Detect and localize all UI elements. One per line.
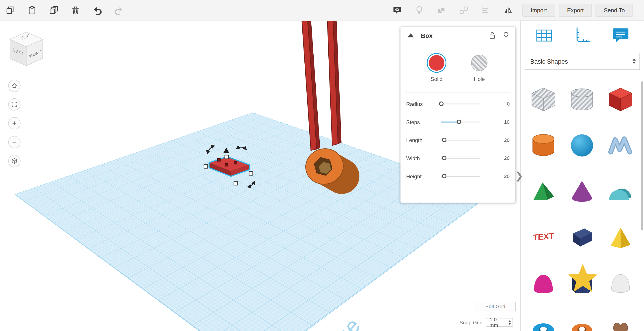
- collapse-panel-icon[interactable]: [406, 31, 416, 40]
- width-row: Width 20: [400, 149, 516, 167]
- width-label: Width: [406, 155, 436, 161]
- show-all-icon[interactable]: [392, 5, 402, 16]
- shape-cone[interactable]: [565, 172, 599, 211]
- solid-swatch[interactable]: [429, 55, 444, 71]
- raise-handle[interactable]: [223, 147, 229, 153]
- snap-grid-label: Snap Grid: [460, 319, 482, 325]
- length-slider[interactable]: [440, 137, 480, 143]
- collapse-shapes-panel-icon[interactable]: ❯: [515, 170, 523, 182]
- shape-heart[interactable]: [603, 310, 638, 331]
- width-value: 20: [504, 155, 510, 161]
- hole-mode[interactable]: Hole: [472, 55, 487, 82]
- panel-tools: [521, 21, 644, 50]
- copy-icon[interactable]: [5, 5, 16, 16]
- rotate-handle-bottom[interactable]: [248, 181, 255, 187]
- notes-tool-icon[interactable]: [611, 26, 630, 45]
- lock-open-icon[interactable]: [488, 31, 496, 40]
- radius-row: Radius 0: [400, 95, 516, 113]
- top-toolbar: Import Export Send To: [0, 0, 644, 21]
- delete-icon[interactable]: [70, 5, 81, 16]
- redo-icon[interactable]: [114, 5, 124, 16]
- shapes-panel: Basic Shapes: [520, 21, 644, 331]
- width-slider[interactable]: [440, 155, 480, 161]
- shape-cylinder[interactable]: [526, 126, 561, 165]
- shape-cylinder-hole[interactable]: [565, 80, 599, 119]
- spinner-arrows-icon[interactable]: [508, 320, 511, 324]
- workplane-tool-icon[interactable]: [534, 26, 554, 45]
- red-rod-left[interactable]: [302, 21, 320, 150]
- duplicate-icon[interactable]: [48, 5, 59, 16]
- tinkercad-editor: Import Export Send To Workplane: [0, 0, 644, 331]
- paste-icon[interactable]: [27, 5, 38, 16]
- shapes-grid: TEXT: [521, 70, 644, 331]
- snap-grid-control: Snap Grid 1.0 mm: [460, 318, 513, 327]
- rotate-handle-left[interactable]: [208, 146, 214, 154]
- ruler-tool-icon[interactable]: [572, 26, 592, 45]
- shape-torus[interactable]: [526, 310, 561, 331]
- send-to-button[interactable]: Send To: [596, 4, 633, 17]
- shape-scribble[interactable]: [603, 126, 638, 165]
- shape-category-select[interactable]: Basic Shapes: [525, 53, 640, 70]
- shape-inspector: Box Solid Hole: [400, 27, 516, 203]
- selected-red-box[interactable]: [209, 157, 249, 176]
- height-label: Height: [406, 173, 436, 179]
- shape-pyramid[interactable]: [603, 218, 638, 257]
- import-button[interactable]: Import: [522, 4, 555, 17]
- shape-box-hole[interactable]: [526, 80, 561, 119]
- ungroup-icon[interactable]: [458, 5, 469, 16]
- hole-label: Hole: [474, 76, 485, 82]
- view-cube[interactable]: TOP LEFT FRONT: [5, 28, 48, 71]
- light-bulb-icon[interactable]: [414, 5, 425, 16]
- edit-grid-button[interactable]: Edit Grid: [475, 302, 516, 311]
- radius-label: Radius: [406, 101, 436, 107]
- inspector-title: Box: [421, 32, 432, 39]
- zoom-in-button[interactable]: [8, 117, 20, 130]
- orange-cylinder[interactable]: [302, 145, 347, 188]
- select-arrows-icon: [632, 59, 636, 64]
- shape-sphere[interactable]: [565, 126, 599, 165]
- mirror-icon[interactable]: [503, 5, 514, 16]
- height-slider[interactable]: [440, 173, 480, 179]
- shape-tube[interactable]: [565, 310, 599, 331]
- fit-view-button[interactable]: [8, 98, 20, 111]
- steps-row: Steps 10: [400, 113, 516, 131]
- steps-slider[interactable]: [440, 119, 480, 125]
- home-view-button[interactable]: [8, 80, 20, 92]
- export-button[interactable]: Export: [559, 4, 592, 17]
- shape-text[interactable]: TEXT: [526, 218, 561, 257]
- height-value: 20: [504, 173, 510, 179]
- shape-hexagonal-prism[interactable]: [565, 264, 599, 303]
- shape-wedge[interactable]: [526, 172, 561, 211]
- steps-value: 10: [504, 119, 510, 125]
- category-value: Basic Shapes: [530, 58, 568, 65]
- radius-value: 0: [507, 101, 510, 107]
- undo-icon[interactable]: [92, 5, 103, 16]
- inspector-header: Box: [400, 27, 516, 44]
- radius-slider[interactable]: [440, 101, 480, 107]
- length-row: Length 20: [400, 131, 516, 149]
- length-value: 20: [504, 137, 510, 143]
- align-icon[interactable]: [480, 5, 491, 16]
- height-row: Height 20: [400, 167, 516, 185]
- shape-half-sphere[interactable]: [603, 264, 638, 303]
- group-icon[interactable]: [436, 5, 447, 16]
- shape-round-roof[interactable]: [603, 172, 638, 211]
- snap-grid-select[interactable]: 1.0 mm: [486, 318, 513, 327]
- viewport[interactable]: Workplane: [0, 21, 520, 331]
- light-bulb-icon[interactable]: [502, 31, 510, 40]
- svg-text:TEXT: TEXT: [533, 231, 554, 242]
- rotate-handle-right[interactable]: [236, 147, 246, 149]
- divider: [406, 92, 510, 93]
- mode-selector: Solid Hole: [400, 44, 516, 82]
- perspective-toggle-button[interactable]: [8, 155, 20, 167]
- solid-mode[interactable]: Solid: [429, 55, 444, 82]
- red-rod-right[interactable]: [327, 21, 341, 145]
- shape-paraboloid[interactable]: [526, 264, 561, 303]
- steps-label: Steps: [406, 119, 436, 125]
- snap-grid-value: 1.0 mm: [490, 317, 506, 328]
- hole-swatch[interactable]: [472, 55, 487, 71]
- shape-box[interactable]: [603, 80, 638, 119]
- shape-polygon[interactable]: [565, 218, 599, 257]
- zoom-out-button[interactable]: [8, 136, 20, 148]
- panel-scrollbar[interactable]: [641, 81, 643, 230]
